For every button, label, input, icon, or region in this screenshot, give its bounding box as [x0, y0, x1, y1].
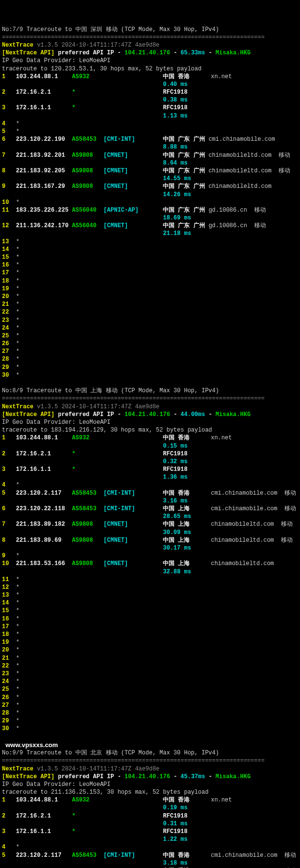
- hop-num: 28: [2, 356, 16, 363]
- hop-num: 3: [2, 828, 16, 835]
- hop-row: 7 221.183.89.182 AS9808 [CMNET] 中国 上海 ch…: [2, 520, 300, 528]
- hop-row: 22 *: [2, 662, 300, 670]
- hop-domain: [212, 828, 215, 835]
- hop-net: [CMNET]: [104, 183, 153, 190]
- hop-num: 26: [2, 340, 16, 347]
- app-name: NextTrace: [2, 766, 37, 772]
- hop-loc: 中国 香港: [163, 434, 207, 441]
- hop-ip: 172.16.1.1: [16, 466, 72, 473]
- api-ip: 104.21.40.176: [124, 50, 170, 56]
- blank-line: [2, 379, 300, 387]
- hop-row: 19 *: [2, 638, 300, 646]
- geo-provider: IP Geo Data Provider: LeoMoeAPI: [2, 781, 300, 788]
- hop-ms: 30.09 ms: [163, 529, 191, 536]
- hop-row: 18 *: [2, 631, 300, 638]
- hop-num: 14: [2, 600, 16, 606]
- hop-num: 25: [2, 333, 16, 339]
- hop-row: 20 *: [2, 646, 300, 654]
- hop-row: 12 211.136.242.170 AS56040 [CMNET] 中国 广东…: [2, 222, 300, 230]
- hop-row: 27 *: [2, 348, 300, 355]
- hop-ms: 18.69 ms: [163, 215, 191, 221]
- hop-latency: 1.22 ms: [2, 835, 300, 843]
- hop-num: 22: [2, 663, 16, 669]
- hop-num: 8: [2, 537, 16, 544]
- trace-target: traceroute to 120.233.53.1, 30 hops max,…: [2, 65, 300, 73]
- hop-num: 8: [2, 167, 16, 174]
- hop-domain: chinamobileltd.com 移动: [205, 167, 290, 174]
- trace-target: traceroute to 183.194.216.129, 30 hops m…: [2, 426, 300, 434]
- hop-ip: 211.136.242.170: [16, 222, 72, 229]
- hop-loc: 中国 广东 广州: [163, 136, 205, 143]
- hop-num: 1: [2, 797, 16, 803]
- hop-num: 25: [2, 686, 16, 693]
- hop-row: 24 *: [2, 678, 300, 685]
- hop-row: 17 *: [2, 623, 300, 631]
- hop-row: 23 *: [2, 317, 300, 324]
- hop-domain: [212, 104, 215, 111]
- hop-num: 23: [2, 317, 16, 324]
- hop-loc: 中国 广东 广州: [163, 222, 205, 229]
- hop-num: 11: [2, 207, 16, 214]
- hop-net: [CMNET]: [104, 167, 153, 174]
- hop-num: 2: [2, 451, 16, 457]
- hop-ms: 21.18 ms: [163, 230, 191, 237]
- hop-ip: 223.120.22.118: [16, 505, 72, 512]
- hop-row: 8 221.183.92.205 AS9808 [CMNET] 中国 广东 广州…: [2, 167, 300, 175]
- hop-domain: [212, 466, 215, 473]
- hop-row: 11 *: [2, 576, 300, 584]
- hop-ip: 221.183.53.166: [16, 560, 72, 567]
- hop-num: 17: [2, 623, 16, 630]
- hop-row: 3 172.16.1.1 * RFC1918: [2, 104, 300, 112]
- hop-net: [104, 89, 153, 96]
- hop-asn: AS9808: [72, 152, 104, 159]
- hop-ms: 3.18 ms: [163, 860, 187, 867]
- hop-latency: 30.09 ms: [2, 529, 300, 536]
- hop-num: 29: [2, 364, 16, 371]
- hop-row: 7 221.183.92.201 AS9808 [CMNET] 中国 广东 广州…: [2, 151, 300, 159]
- hop-asn: *: [72, 451, 104, 457]
- app-name: NextTrace: [2, 42, 37, 49]
- hop-row: 10 *: [2, 199, 300, 206]
- api-ping: 65.33ms: [180, 50, 205, 56]
- hop-num: 2: [2, 813, 16, 819]
- hop-row: 15 *: [2, 253, 300, 261]
- hop-net: [104, 466, 153, 473]
- app-name: NextTrace: [2, 403, 37, 410]
- hop-ip: 172.16.1.1: [16, 828, 72, 835]
- hop-loc: 中国 上海: [163, 505, 207, 512]
- hop-loc: 中国 香港: [163, 797, 207, 803]
- api-ip: 104.21.40.176: [124, 411, 170, 418]
- hop-loc: 中国 香港: [163, 73, 207, 80]
- hop-num: 1: [2, 73, 16, 80]
- hop-num: 19: [2, 639, 16, 646]
- hop-loc: RFC1918: [163, 104, 212, 111]
- hop-ip: 103.244.88.1: [16, 797, 72, 803]
- hop-num: 14: [2, 246, 16, 253]
- trace-target: traceroute to 211.136.25.153, 30 hops ma…: [2, 788, 300, 796]
- api-tag: [NextTrace API]: [2, 773, 54, 780]
- hop-net: [104, 434, 153, 441]
- hop-ms: 32.88 ms: [163, 568, 191, 575]
- hop-num: 16: [2, 262, 16, 268]
- hop-row: 13 *: [2, 591, 300, 599]
- hop-net: [104, 797, 153, 803]
- hop-loc: 中国 广东 广州: [163, 183, 205, 190]
- api-loc: Misaka.HKG: [215, 411, 250, 418]
- hop-row: 1 103.244.88.1 AS932 中国 香港 xn.net: [2, 796, 300, 804]
- hop-domain: chinamobileltd.com: [205, 183, 272, 190]
- hop-asn: *: [72, 828, 104, 835]
- hop-ms: 0.38 ms: [163, 97, 187, 103]
- hop-ms: 8.88 ms: [163, 144, 187, 150]
- hop-row: 8 221.183.89.69 AS9808 [CMNET] 中国 上海 chi…: [2, 536, 300, 544]
- watermark: www.vpsxxs.com: [2, 741, 300, 750]
- hop-row: 2 172.16.2.1 * RFC1918: [2, 450, 300, 458]
- hop-num: 30: [2, 372, 16, 379]
- hop-row: 15 *: [2, 607, 300, 615]
- hop-ip: 223.120.2.117: [16, 490, 72, 497]
- hop-num: 4: [2, 844, 16, 851]
- api-loc: Misaka.HKG: [215, 50, 250, 56]
- hop-loc: RFC1918: [163, 451, 212, 457]
- api-ping: 44.00ms: [180, 411, 205, 418]
- hop-latency: 1.13 ms: [2, 112, 300, 120]
- hop-row: 26 *: [2, 694, 300, 701]
